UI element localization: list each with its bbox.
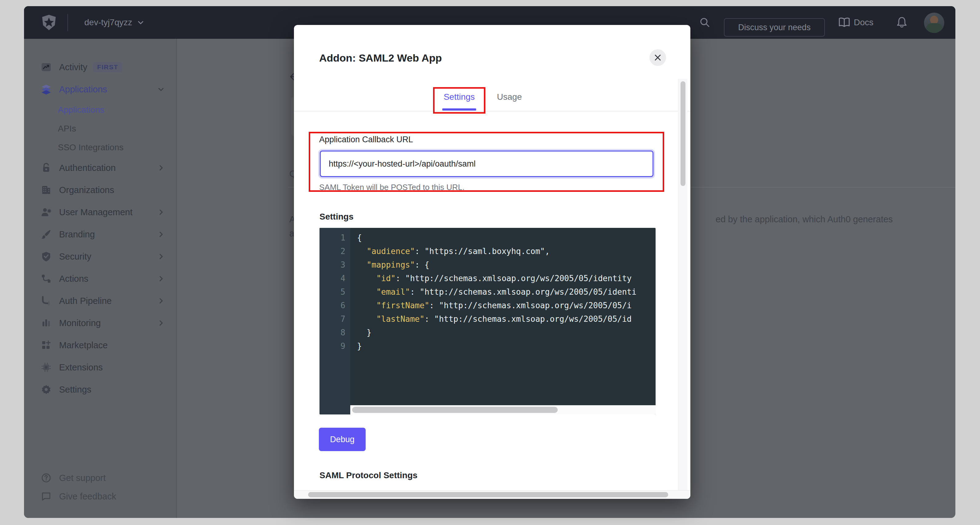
debug-button[interactable]: Debug: [319, 428, 366, 451]
chevron-right-icon: [157, 319, 165, 327]
sidebar-item-label: Organizations: [59, 185, 114, 195]
sidebar-item-extensions[interactable]: Extensions: [24, 356, 177, 378]
line-number: 5: [320, 285, 350, 299]
sidebar-item-label: Applications: [59, 85, 107, 94]
modal-horizontal-scrollbar-thumb[interactable]: [308, 492, 668, 497]
sidebar-item-auth-pipeline[interactable]: Auth Pipeline: [24, 290, 177, 312]
sidebar-item-settings[interactable]: Settings: [24, 378, 177, 401]
line-number: 9: [320, 339, 350, 353]
sidebar-item-label: Authentication: [59, 163, 116, 173]
book-icon: [838, 17, 850, 28]
line-number: 3: [320, 258, 350, 271]
chip-icon: [41, 362, 51, 373]
sidebar-item-organizations[interactable]: Organizations: [24, 179, 177, 201]
shield-check-icon: [41, 251, 51, 262]
sidebar-item-label: Marketplace: [59, 340, 108, 350]
editor-code: { "audience": "https://saml.boxyhq.com",…: [350, 228, 655, 415]
sidebar-subitem-sso-integrations[interactable]: SSO Integrations: [24, 138, 177, 157]
sidebar-subitem-label: Applications: [58, 105, 104, 115]
sidebar-item-marketplace[interactable]: Marketplace: [24, 334, 177, 356]
sidebar-item-label: Auth Pipeline: [59, 296, 112, 306]
first-badge: FIRST: [93, 62, 123, 72]
sidebar-navigation: ActivityFIRSTApplicationsApplicationsAPI…: [24, 39, 177, 518]
sidebar-subitem-label: APIs: [58, 124, 76, 134]
sidebar-footer-get-support[interactable]: Get support: [24, 469, 177, 487]
gear-icon: [41, 384, 51, 395]
help-circle-icon: [41, 473, 51, 483]
speech-bubble-icon: [41, 491, 51, 502]
sidebar-footer: Get supportGive feedback: [24, 469, 177, 506]
code-line: "lastName": "http://schemas.xmlsoap.org/…: [357, 312, 655, 326]
modal-horizontal-scrollbar: [294, 490, 690, 499]
code-line: "mappings": {: [357, 258, 655, 271]
paintbrush-icon: [41, 229, 51, 239]
marketplace-grid-icon: [41, 340, 51, 350]
sidebar-subitem-applications[interactable]: Applications: [24, 101, 177, 119]
chevron-down-icon: [137, 19, 145, 27]
callback-url-input[interactable]: [320, 151, 654, 177]
sidebar-item-label: Monitoring: [59, 318, 101, 328]
search-icon[interactable]: [699, 16, 711, 29]
line-number: 1: [320, 231, 350, 244]
modal-vertical-scrollbar-thumb[interactable]: [681, 81, 686, 186]
addon-saml2-modal: Addon: SAML2 Web App Settings Usage Appl…: [294, 25, 690, 499]
docs-link[interactable]: Docs: [838, 6, 873, 39]
notifications-bell-icon[interactable]: [895, 16, 908, 29]
chevron-right-icon: [157, 252, 165, 261]
code-line: {: [357, 231, 655, 244]
chevron-right-icon: [157, 208, 165, 217]
modal-title: Addon: SAML2 Web App: [319, 52, 442, 64]
pipeline-icon: [41, 295, 51, 306]
sidebar-item-applications[interactable]: Applications: [24, 78, 177, 101]
sidebar-item-label: Activity: [59, 62, 88, 72]
sidebar-item-label: Extensions: [59, 362, 103, 373]
addons-text-right-fragment: ed by the application, which Auth0 gener…: [716, 214, 893, 225]
sidebar-footer-label: Give feedback: [59, 491, 116, 502]
lock-open-icon: [41, 163, 51, 173]
sidebar-item-label: Branding: [59, 230, 95, 239]
sidebar-item-actions[interactable]: Actions: [24, 268, 177, 290]
sidebar-item-authentication[interactable]: Authentication: [24, 157, 177, 179]
line-number: 7: [320, 312, 350, 326]
code-line: "email": "http://schemas.xmlsoap.org/ws/…: [357, 285, 655, 299]
settings-json-editor[interactable]: 123456789 { "audience": "https://saml.bo…: [320, 228, 655, 415]
settings-section-label: Settings: [320, 212, 353, 222]
sidebar-subitem-label: SSO Integrations: [58, 142, 123, 152]
topbar-divider: [67, 14, 68, 31]
user-gear-icon: [41, 207, 51, 217]
editor-horizontal-scrollbar-thumb[interactable]: [352, 407, 558, 413]
activity-chart-icon: [41, 62, 51, 72]
bar-chart-icon: [41, 318, 51, 328]
line-number: 4: [320, 271, 350, 285]
saml-protocol-settings-heading: SAML Protocol Settings: [320, 471, 417, 480]
code-line: }: [357, 339, 655, 353]
code-line: "audience": "https://saml.boxyhq.com",: [357, 244, 655, 258]
tabs-divider: [294, 111, 690, 112]
docs-label: Docs: [854, 18, 873, 27]
code-line: "firstName": "http://schemas.xmlsoap.org…: [357, 299, 655, 312]
discuss-your-needs-button[interactable]: Discuss your needs: [724, 18, 825, 37]
callback-url-label: Application Callback URL: [319, 135, 413, 144]
sidebar-item-label: Security: [59, 252, 91, 262]
tab-usage[interactable]: Usage: [496, 92, 523, 104]
line-number: 6: [320, 299, 350, 312]
sidebar-item-branding[interactable]: Branding: [24, 223, 177, 246]
active-tab-underline: [442, 109, 476, 110]
sidebar-item-activity[interactable]: ActivityFIRST: [24, 56, 177, 78]
sidebar-footer-give-feedback[interactable]: Give feedback: [24, 487, 177, 506]
auth0-logo-icon[interactable]: [41, 14, 57, 31]
tab-settings[interactable]: Settings: [442, 92, 476, 104]
layers-icon: [41, 84, 51, 94]
tenant-switcher[interactable]: dev-tyj7qyzz: [84, 6, 145, 39]
close-icon[interactable]: [649, 49, 666, 66]
code-line: "id": "http://schemas.xmlsoap.org/ws/200…: [357, 271, 655, 285]
user-avatar[interactable]: [924, 13, 944, 33]
chevron-right-icon: [157, 230, 165, 239]
building-icon: [41, 185, 51, 195]
chevron-right-icon: [157, 274, 165, 283]
line-number: 2: [320, 244, 350, 258]
sidebar-item-user-management[interactable]: User Management: [24, 201, 177, 223]
sidebar-item-monitoring[interactable]: Monitoring: [24, 312, 177, 334]
sidebar-item-security[interactable]: Security: [24, 246, 177, 268]
sidebar-subitem-apis[interactable]: APIs: [24, 119, 177, 138]
